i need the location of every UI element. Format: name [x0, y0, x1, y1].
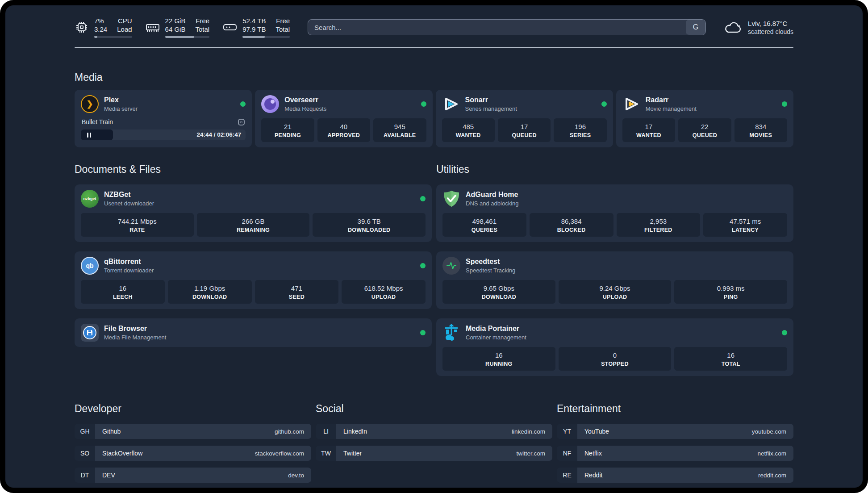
search-engine-button[interactable]: G: [686, 20, 705, 35]
link-name: Netflix: [584, 450, 602, 457]
utilities-column: Utilities AdGuard Home: [436, 163, 793, 376]
link-tag: YT: [557, 424, 577, 439]
link-tag: DT: [75, 468, 95, 483]
disk-labels: Free Total: [275, 17, 290, 33]
radarr-icon: [622, 95, 640, 113]
cloud-icon: [724, 20, 743, 34]
stat-tile: 16 TOTAL: [674, 347, 787, 371]
overseerr-card[interactable]: Overseerr Media Requests 21 PENDING 40 A…: [255, 90, 432, 147]
stat-tile: 16 RUNNING: [442, 347, 555, 371]
weather-widget[interactable]: Lviv, 16.87°C scattered clouds: [724, 19, 793, 36]
stat-tile: 17 QUEUED: [498, 118, 551, 142]
app-name: Plex: [104, 96, 138, 104]
app-name: Speedtest: [466, 257, 515, 266]
app-name: File Browser: [104, 324, 166, 333]
portainer-card[interactable]: Media Portainer Container management 16 …: [436, 318, 793, 376]
now-playing-title: Bullet Train: [82, 118, 113, 125]
stat-tile: 9.65 Gbps DOWNLOAD: [442, 280, 555, 304]
app-name: Media Portainer: [466, 324, 526, 333]
app-subtitle: Torrent downloader: [104, 267, 154, 274]
section-title-entertainment: Entertainment: [557, 403, 793, 415]
disk-icon: [223, 21, 237, 34]
app-name: Sonarr: [465, 96, 517, 104]
status-dot-online: [601, 101, 607, 107]
social-links-column: Social LI LinkedIn linkedin.com TW Twitt…: [316, 403, 552, 483]
developer-links-column: Developer GH Github github.com SO StackO…: [75, 403, 311, 483]
status-dot-online: [240, 101, 246, 107]
documents-column: Documents & Files nzbget NZBGet Usenet d…: [75, 163, 432, 347]
stat-tile: 21 PENDING: [261, 118, 314, 142]
system-metrics: 7% 3.24 CPU Load: [75, 17, 290, 38]
overseerr-icon: [261, 95, 279, 113]
link-url: linkedin.com: [512, 428, 545, 435]
link-url: reddit.com: [758, 472, 786, 479]
link-linkedin[interactable]: LI LinkedIn linkedin.com: [316, 424, 552, 439]
stat-tile: 618.52 Mbps UPLOAD: [342, 280, 426, 304]
link-tag: NF: [557, 446, 577, 461]
stat-tile: 834 MOVIES: [734, 118, 787, 142]
playback-progress-bar[interactable]: 24:44 / 02:06:47: [81, 130, 246, 140]
filebrowser-icon: [81, 324, 99, 342]
section-title-social: Social: [316, 403, 552, 415]
search-bar[interactable]: G: [308, 19, 706, 35]
nzbget-card[interactable]: nzbget NZBGet Usenet downloader 744.21 M…: [75, 184, 432, 242]
stat-tile: 485 WANTED: [442, 118, 495, 142]
app-name: qBittorrent: [104, 257, 154, 266]
stat-tile: 196 SERIES: [554, 118, 606, 142]
app-subtitle: Movie management: [646, 105, 697, 113]
app-name: NZBGet: [104, 190, 154, 199]
link-url: youtube.com: [752, 428, 786, 435]
stat-tile: 471 SEED: [255, 280, 339, 304]
link-url: stackoverflow.com: [255, 450, 304, 457]
status-dot-online: [782, 330, 787, 335]
stat-tile: 266 GB REMAINING: [197, 213, 310, 237]
ram-progress-bar: [165, 36, 210, 38]
link-reddit[interactable]: RE Reddit reddit.com: [557, 468, 793, 483]
app-name: AdGuard Home: [466, 190, 519, 199]
disk-metric: 52.4 TB 97.9 TB Free Total: [223, 17, 290, 38]
app-subtitle: Speedtest Tracking: [466, 267, 515, 274]
cpu-values: 7% 3.24: [94, 17, 107, 33]
plex-icon: ❯: [81, 95, 99, 113]
window-frame: 7% 3.24 CPU Load: [0, 0, 868, 493]
app-subtitle: Series management: [465, 105, 517, 113]
link-name: Twitter: [343, 450, 362, 457]
link-stackoverflow[interactable]: SO StackOverflow stackoverflow.com: [75, 446, 311, 461]
stat-tile: 40 APPROVED: [317, 118, 370, 142]
speedtest-card[interactable]: Speedtest Speedtest Tracking 9.65 Gbps D…: [436, 251, 793, 309]
section-title-media: Media: [75, 71, 793, 84]
link-netflix[interactable]: NF Netflix netflix.com: [557, 446, 793, 461]
link-name: Reddit: [584, 472, 602, 479]
sonarr-card[interactable]: Sonarr Series management 485 WANTED 17 Q…: [436, 90, 613, 147]
plex-card[interactable]: ❯ Plex Media server Bullet Train 24:44 /…: [75, 90, 252, 147]
link-youtube[interactable]: YT YouTube youtube.com: [557, 424, 793, 439]
link-dev[interactable]: DT DEV dev.to: [75, 468, 311, 483]
filebrowser-card[interactable]: File Browser Media File Management: [75, 318, 432, 347]
stat-tile: 9.24 Gbps UPLOAD: [559, 280, 672, 304]
app-subtitle: Usenet downloader: [104, 200, 154, 207]
radarr-card[interactable]: Radarr Movie management 17 WANTED 22 QUE…: [616, 90, 793, 147]
stat-tile: 945 AVAILABLE: [373, 118, 426, 142]
adguard-icon: [442, 190, 460, 208]
qbittorrent-card[interactable]: qb qBittorrent Torrent downloader 16 LEE…: [75, 251, 432, 309]
app-subtitle: Media Requests: [284, 105, 326, 113]
link-url: github.com: [275, 428, 304, 435]
weather-condition: scattered clouds: [748, 28, 793, 36]
link-tag: LI: [316, 424, 336, 439]
link-name: LinkedIn: [343, 428, 367, 435]
stat-tile: 0 STOPPED: [559, 347, 672, 371]
cpu-icon: [75, 21, 89, 34]
session-settings-icon[interactable]: [238, 119, 245, 125]
status-dot-online: [420, 263, 426, 268]
app-subtitle: Media File Management: [104, 334, 166, 341]
ram-values: 22 GiB 64 GiB: [165, 17, 186, 33]
adguard-card[interactable]: AdGuard Home DNS and adblocking 498,461 …: [436, 184, 793, 242]
link-url: netflix.com: [757, 450, 786, 457]
search-input[interactable]: [308, 20, 686, 35]
link-twitter[interactable]: TW Twitter twitter.com: [316, 446, 552, 461]
stat-tile: 47.571 ms LATENCY: [703, 213, 787, 237]
speedtest-icon: [442, 257, 460, 275]
link-github[interactable]: GH Github github.com: [75, 424, 311, 439]
app-subtitle: Media server: [104, 105, 138, 113]
link-tag: RE: [557, 468, 577, 483]
